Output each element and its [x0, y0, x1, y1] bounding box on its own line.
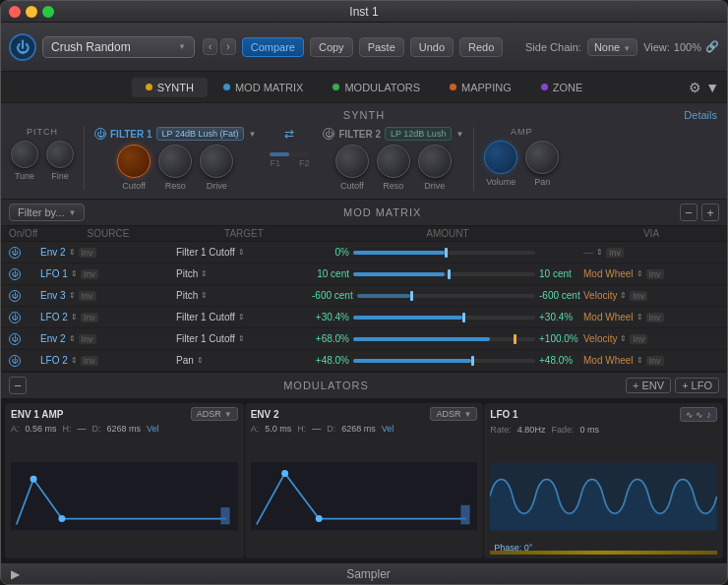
undo-button[interactable]: Undo	[410, 37, 454, 57]
settings-icon[interactable]: ⚙ ▼	[689, 80, 719, 95]
filter1-power-button[interactable]: ⏻	[94, 128, 106, 140]
blend-track[interactable]	[270, 152, 309, 156]
filter2-reso-knob[interactable]	[377, 145, 410, 178]
fine-knob[interactable]	[46, 141, 74, 168]
mm-via-3: Velocity ⇕ Inv	[583, 290, 719, 301]
table-row: ⏻ Env 3 ⇕ Inv Pitch ⇕ -600 cent	[1, 285, 727, 307]
mm-inv-6[interactable]: Inv	[81, 356, 98, 366]
mm-remove-button[interactable]: −	[680, 204, 698, 221]
tab-dot-mapping	[450, 84, 456, 90]
mm-via-inv-2[interactable]: Inv	[646, 269, 664, 279]
mm-slider-1[interactable]	[353, 251, 535, 255]
env2-waveform	[251, 438, 478, 555]
mm-amount2-val-5: +100.0%	[539, 333, 583, 344]
env1-title: ENV 1 AMP	[11, 409, 64, 420]
mm-slider-4[interactable]	[353, 316, 535, 320]
chevron-icon: ⇕	[201, 291, 208, 300]
minimize-button[interactable]	[26, 6, 37, 18]
amp-volume-knob[interactable]	[484, 141, 517, 174]
play-button[interactable]: ▶	[11, 567, 20, 581]
mm-via-inv-6[interactable]: Inv	[646, 356, 664, 366]
mm-source-val-1: Env 2	[40, 247, 66, 258]
view-label: View:	[643, 41, 670, 53]
filter1-header: ⏻ FILTER 1 LP 24dB Lush (Fat) ▼	[94, 127, 256, 141]
close-button[interactable]	[9, 6, 21, 18]
paste-button[interactable]: Paste	[359, 37, 404, 57]
mm-power-5[interactable]: ⏻	[9, 333, 21, 345]
env2-decay-val: 6268 ms	[341, 424, 376, 434]
nav-forward-button[interactable]: ›	[220, 38, 235, 55]
copy-button[interactable]: Copy	[310, 37, 353, 57]
chevron-icon: ⇕	[238, 334, 245, 343]
mm-target-val-1: Filter 1 Cutoff	[176, 247, 235, 258]
filter1-reso-knob[interactable]	[158, 145, 192, 178]
filter1-reso-label: Reso	[165, 181, 186, 191]
chevron-icon: ⇕	[637, 356, 643, 365]
mm-via-inv-1[interactable]: Inv	[606, 248, 624, 258]
fine-label: Fine	[51, 171, 69, 181]
mm-inv-5[interactable]: Inv	[79, 334, 96, 344]
mod-add-lfo-button[interactable]: + LFO	[675, 378, 719, 393]
mm-slider-5[interactable]	[353, 337, 535, 341]
filter1-type-dropdown[interactable]: LP 24dB Lush (Fat)	[156, 127, 245, 141]
mm-power-6[interactable]: ⏻	[9, 355, 21, 367]
filter2-reso-item: Reso	[377, 145, 410, 191]
mm-slider-6[interactable]	[353, 359, 535, 363]
mm-via-inv-3[interactable]: Inv	[630, 291, 647, 301]
filter-by-dropdown[interactable]: Filter by... ▼	[9, 204, 85, 221]
tab-modulators[interactable]: MODULATORS	[319, 78, 434, 97]
lfo1-extra-btn: ♪	[706, 409, 711, 420]
mm-inv-2[interactable]: Inv	[81, 269, 98, 279]
mod-remove-button[interactable]: −	[9, 377, 27, 394]
tab-zone[interactable]: ZONE	[527, 78, 597, 97]
env1-decay-val: 6268 ms	[107, 424, 142, 434]
mod-add-env-button[interactable]: + ENV	[626, 378, 671, 393]
maximize-button[interactable]	[42, 6, 54, 18]
filter1-cutoff-knob[interactable]	[117, 145, 151, 178]
mm-inv-4[interactable]: Inv	[81, 313, 98, 322]
redo-button[interactable]: Redo	[459, 37, 503, 57]
mm-inv-3[interactable]: Inv	[79, 291, 96, 301]
compare-button[interactable]: Compare	[242, 37, 304, 57]
amp-title: AMP	[511, 127, 533, 137]
mm-power-2[interactable]: ⏻	[9, 268, 21, 280]
filter2-power-button[interactable]: ⏻	[323, 128, 334, 140]
amp-pan-knob[interactable]	[525, 141, 559, 174]
tab-synth[interactable]: SYNTH	[132, 78, 208, 97]
mm-power-4[interactable]: ⏻	[9, 312, 21, 323]
mm-col-source: SOURCE	[40, 228, 176, 239]
tab-mod-matrix[interactable]: MOD MATRIX	[210, 78, 317, 97]
env1-type[interactable]: ADSR ▼	[191, 407, 238, 421]
lfo1-type[interactable]: ∿ ∿ ♪	[680, 407, 718, 422]
power-button[interactable]: ⏻	[9, 33, 36, 61]
chevron-down-icon: ▼	[224, 410, 232, 419]
mm-inv-1[interactable]: Inv	[79, 248, 96, 258]
mm-slider-2[interactable]	[353, 272, 535, 276]
tab-mapping[interactable]: MAPPING	[436, 78, 525, 97]
mm-via-inv-5[interactable]: Inv	[630, 334, 647, 344]
mm-amount-val-3: -600 cent	[312, 290, 353, 301]
mm-via-name-4: Mod Wheel	[583, 312, 634, 322]
sidechain-label: Side Chain:	[525, 41, 581, 53]
mm-power-3[interactable]: ⏻	[9, 290, 21, 302]
filter1-drive-knob[interactable]	[200, 145, 233, 178]
lfo1-phase-bar[interactable]	[490, 551, 717, 555]
details-button[interactable]: Details	[684, 109, 717, 121]
mm-source-val-3: Env 3	[40, 290, 66, 301]
sidechain-dropdown[interactable]: None ▼	[587, 38, 637, 56]
filter2-drive-knob[interactable]	[418, 145, 452, 178]
chevron-icon: ⇕	[71, 269, 78, 278]
lfo1-panel: LFO 1 ∿ ∿ ♪ Rate: 4.80Hz Fade: 0 ms	[484, 403, 723, 558]
filter2-type-dropdown[interactable]: LP 12dB Lush	[385, 127, 452, 141]
mm-onoff-4: ⏻	[9, 312, 40, 323]
nav-back-button[interactable]: ‹	[203, 38, 217, 55]
tune-knob[interactable]	[11, 141, 38, 168]
preset-dropdown[interactable]: Crush Random ▼	[42, 36, 195, 58]
mm-add-button[interactable]: +	[701, 204, 719, 221]
mm-via-inv-4[interactable]: Inv	[646, 313, 664, 322]
filter2-cutoff-knob[interactable]	[335, 145, 369, 178]
env2-type[interactable]: ADSR ▼	[430, 407, 477, 421]
preset-name: Crush Random	[51, 40, 131, 54]
mm-power-1[interactable]: ⏻	[9, 247, 21, 259]
mm-slider-3[interactable]	[357, 294, 535, 298]
